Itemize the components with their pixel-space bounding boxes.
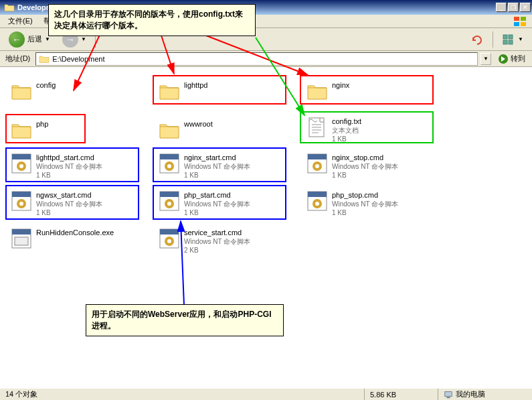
views-button[interactable]: ▼ — [497, 31, 528, 48]
file-lighttpd-start[interactable]: lighttpd_start.cmd Windows NT 命令脚本 1 KB — [9, 151, 143, 181]
folder-icon — [159, 119, 180, 141]
file-php-start[interactable]: php_start.cmd Windows NT 命令脚本 1 KB — [157, 189, 291, 218]
cmd-icon — [11, 190, 32, 212]
cmd-icon — [306, 153, 328, 174]
svg-rect-27 — [446, 397, 450, 398]
go-icon — [498, 54, 509, 64]
address-dropdown[interactable]: ▼ — [480, 53, 491, 65]
go-button[interactable]: 转到 — [494, 52, 529, 66]
minimize-button[interactable]: _ — [496, 3, 507, 12]
cmd-icon — [11, 153, 32, 174]
folder-icon — [159, 80, 180, 102]
undo-button[interactable] — [466, 31, 489, 48]
chevron-down-icon: ▼ — [81, 36, 86, 42]
file-config-txt[interactable]: config.txt 文本文档 1 KB — [305, 115, 439, 145]
back-label: 后退 — [27, 34, 42, 44]
folder-icon — [11, 80, 32, 102]
folder-lighttpd[interactable]: lighttpd — [157, 79, 291, 103]
file-php-stop[interactable]: php_stop.cmd Windows NT 命令脚本 1 KB — [305, 189, 439, 218]
svg-rect-0 — [514, 17, 519, 21]
folder-config[interactable]: config — [9, 79, 143, 103]
windows-logo-icon — [511, 15, 529, 27]
folder-icon — [11, 119, 32, 141]
menu-file[interactable]: 文件(E) — [3, 15, 38, 27]
file-nginx-start[interactable]: nginx_start.cmd Windows NT 命令脚本 1 KB — [157, 151, 291, 181]
back-button[interactable]: ← 后退 ▼ — [4, 29, 55, 50]
folder-icon — [4, 2, 15, 13]
svg-rect-6 — [503, 40, 507, 44]
folder-wwwroot[interactable]: wwwroot — [157, 118, 291, 142]
address-label: 地址(D) — [3, 54, 33, 64]
undo-icon — [470, 34, 484, 46]
svg-rect-7 — [509, 40, 513, 44]
maximize-button[interactable]: ❐ — [508, 3, 519, 12]
close-button[interactable]: ✕ — [520, 3, 531, 12]
statusbar: 14 个对象 5.86 KB 我的电脑 — [0, 388, 532, 400]
cmd-icon — [159, 228, 180, 249]
go-label: 转到 — [511, 54, 525, 64]
chevron-down-icon: ▼ — [45, 36, 50, 42]
back-icon: ← — [9, 31, 25, 48]
address-field[interactable]: E:\Development — [35, 52, 478, 66]
status-count: 14 个对象 — [0, 389, 365, 400]
annotation-bottom: 用于启动不同的WebServer应用，和启动PHP-CGI进程。 — [86, 304, 284, 336]
textfile-icon — [306, 117, 328, 138]
folder-icon — [39, 54, 50, 64]
annotation-top: 这几个目录用于存放不同的版本号，使用config.txt来决定具体运行哪个版本。 — [48, 4, 256, 36]
cmd-icon — [159, 190, 180, 212]
svg-rect-2 — [514, 22, 519, 26]
exe-icon — [11, 228, 32, 249]
content-area: config lighttpd nginx php wwwroot config… — [0, 67, 532, 388]
cmd-icon — [306, 190, 328, 212]
folder-icon — [306, 80, 328, 102]
svg-rect-3 — [521, 22, 526, 26]
computer-icon — [444, 390, 453, 399]
svg-rect-5 — [509, 35, 513, 39]
folder-php[interactable]: php — [9, 118, 143, 142]
views-icon — [502, 34, 515, 46]
svg-rect-4 — [503, 35, 507, 39]
address-path: E:\Development — [52, 55, 104, 63]
status-size: 5.86 KB — [365, 389, 438, 400]
file-service-start[interactable]: service_start.cmd Windows NT 命令脚本 2 KB — [157, 226, 291, 256]
separator — [493, 31, 493, 48]
svg-rect-1 — [521, 17, 526, 21]
file-ngwsx-start[interactable]: ngwsx_start.cmd Windows NT 命令脚本 1 KB — [9, 189, 143, 218]
status-location: 我的电脑 — [438, 389, 532, 400]
folder-nginx[interactable]: nginx — [305, 79, 439, 103]
cmd-icon — [159, 153, 180, 174]
addressbar: 地址(D) E:\Development ▼ 转到 — [0, 51, 532, 67]
file-runhidden[interactable]: RunHiddenConsole.exe — [9, 226, 143, 251]
window-controls: _ ❐ ✕ — [496, 3, 531, 12]
svg-rect-26 — [445, 391, 452, 396]
file-nginx-stop[interactable]: nginx_stop.cmd Windows NT 命令脚本 1 KB — [305, 151, 439, 181]
